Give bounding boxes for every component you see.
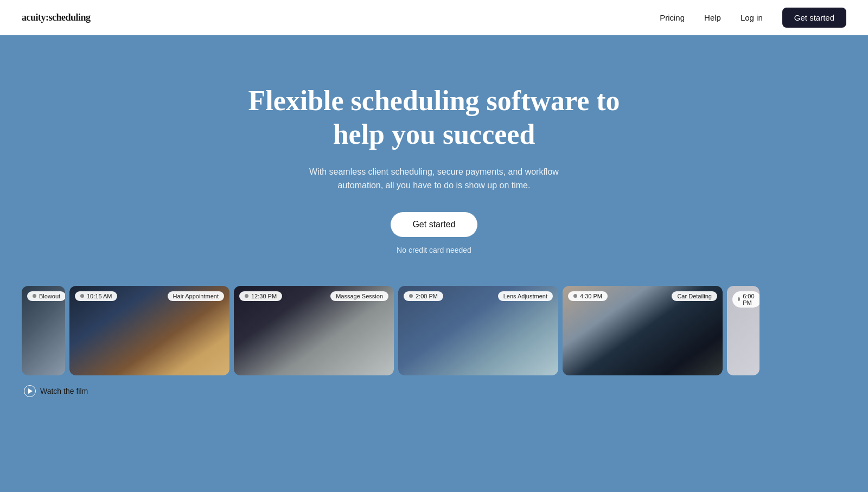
hero-title: Flexible scheduling software to help you… (248, 84, 620, 152)
card-time-partial: 6:00 PM (732, 291, 760, 308)
card-label-car: Car Detailing (672, 291, 717, 301)
hero-subtitle: With seamless client scheduling, secure … (309, 165, 559, 193)
strip-card-partial[interactable]: 6:00 PM (727, 286, 760, 375)
strip-card-massage[interactable]: 12:30 PM Massage Session (234, 286, 394, 375)
card-time-massage: 12:30 PM (239, 291, 282, 301)
strip-card-glasses[interactable]: 2:00 PM Lens Adjustment (398, 286, 558, 375)
strip-card-car[interactable]: 4:30 PM Car Detailing (563, 286, 723, 375)
watch-film-label: Watch the film (40, 387, 88, 395)
card-badge-blowout: Blowout (27, 291, 65, 301)
card-time-hair: 10:15 AM (75, 291, 117, 301)
nav-link-login[interactable]: Log in (741, 13, 763, 22)
hero-get-started-button[interactable]: Get started (391, 212, 477, 237)
navbar: acuity:scheduling Pricing Help Log in Ge… (0, 0, 868, 35)
image-strip: Blowout 10:15 AM Hair Appointment 12:30 … (22, 286, 846, 375)
card-time-car: 4:30 PM (568, 291, 608, 301)
nav-links: Pricing Help Log in Get started (660, 8, 846, 28)
strip-card-hair[interactable]: 10:15 AM Hair Appointment (69, 286, 229, 375)
strip-card-blowout[interactable]: Blowout (22, 286, 65, 375)
play-triangle (28, 388, 33, 394)
hero-no-cc-text: No credit card needed (397, 246, 471, 254)
card-time-glasses: 2:00 PM (404, 291, 443, 301)
card-label-hair: Hair Appointment (168, 291, 224, 301)
logo: acuity:scheduling (22, 12, 91, 23)
play-icon (24, 385, 36, 397)
nav-link-pricing[interactable]: Pricing (660, 13, 685, 22)
card-label-massage: Massage Session (330, 291, 388, 301)
nav-link-help[interactable]: Help (704, 13, 721, 22)
card-label-glasses: Lens Adjustment (498, 291, 553, 301)
hero-section: Flexible scheduling software to help you… (0, 35, 868, 492)
nav-get-started-button[interactable]: Get started (782, 8, 846, 28)
watch-film-button[interactable]: Watch the film (22, 385, 88, 397)
